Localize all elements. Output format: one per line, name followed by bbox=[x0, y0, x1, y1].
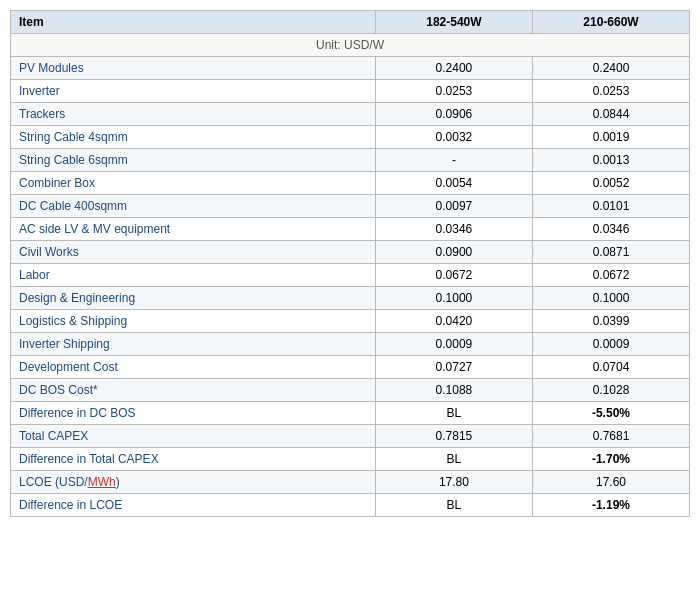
item-cell: DC BOS Cost* bbox=[11, 379, 376, 402]
table-row: Trackers0.09060.0844 bbox=[11, 103, 690, 126]
col1-cell: 0.0346 bbox=[375, 218, 532, 241]
col2-cell: -1.70% bbox=[532, 448, 689, 471]
col2-cell: -1.19% bbox=[532, 494, 689, 517]
col-header-item: Item bbox=[11, 11, 376, 34]
col2-cell: 0.0013 bbox=[532, 149, 689, 172]
table-row: DC BOS Cost*0.10880.1028 bbox=[11, 379, 690, 402]
col2-cell: 0.0019 bbox=[532, 126, 689, 149]
item-cell: Logistics & Shipping bbox=[11, 310, 376, 333]
item-cell: Development Cost bbox=[11, 356, 376, 379]
col1-cell: 0.0906 bbox=[375, 103, 532, 126]
item-cell: DC Cable 400sqmm bbox=[11, 195, 376, 218]
col1-cell: 0.0097 bbox=[375, 195, 532, 218]
col1-cell: 0.0672 bbox=[375, 264, 532, 287]
cost-comparison-table: Item 182-540W 210-660W Unit: USD/W PV Mo… bbox=[10, 10, 690, 517]
item-cell: Difference in DC BOS bbox=[11, 402, 376, 425]
table-row: PV Modules0.24000.2400 bbox=[11, 57, 690, 80]
table-row: Development Cost0.07270.0704 bbox=[11, 356, 690, 379]
table-row: Inverter0.02530.0253 bbox=[11, 80, 690, 103]
col1-cell: BL bbox=[375, 494, 532, 517]
col2-cell: 0.0399 bbox=[532, 310, 689, 333]
table-row: Civil Works0.09000.0871 bbox=[11, 241, 690, 264]
table-row: Difference in Total CAPEXBL-1.70% bbox=[11, 448, 690, 471]
col2-cell: 0.0253 bbox=[532, 80, 689, 103]
table-row: Difference in LCOEBL-1.19% bbox=[11, 494, 690, 517]
col1-cell: 0.1088 bbox=[375, 379, 532, 402]
col2-cell: 0.1028 bbox=[532, 379, 689, 402]
col2-cell: 0.1000 bbox=[532, 287, 689, 310]
item-cell: Labor bbox=[11, 264, 376, 287]
table-row: Design & Engineering0.10000.1000 bbox=[11, 287, 690, 310]
unit-row: Unit: USD/W bbox=[11, 34, 690, 57]
col-header-210: 210-660W bbox=[532, 11, 689, 34]
col2-cell: 0.0871 bbox=[532, 241, 689, 264]
col2-cell: -5.50% bbox=[532, 402, 689, 425]
table-row: Difference in DC BOSBL-5.50% bbox=[11, 402, 690, 425]
col1-cell: 0.0900 bbox=[375, 241, 532, 264]
col1-cell: 0.0032 bbox=[375, 126, 532, 149]
item-cell: Combiner Box bbox=[11, 172, 376, 195]
col1-cell: 17.80 bbox=[375, 471, 532, 494]
table-row: Combiner Box0.00540.0052 bbox=[11, 172, 690, 195]
item-cell: String Cable 6sqmm bbox=[11, 149, 376, 172]
col1-cell: 0.0420 bbox=[375, 310, 532, 333]
col-header-182: 182-540W bbox=[375, 11, 532, 34]
table-row: Logistics & Shipping0.04200.0399 bbox=[11, 310, 690, 333]
item-cell: Inverter Shipping bbox=[11, 333, 376, 356]
item-cell: Design & Engineering bbox=[11, 287, 376, 310]
col2-cell: 0.0101 bbox=[532, 195, 689, 218]
col2-cell: 0.0672 bbox=[532, 264, 689, 287]
table-row: String Cable 6sqmm-0.0013 bbox=[11, 149, 690, 172]
item-cell: LCOE (USD/MWh) bbox=[11, 471, 376, 494]
table-row: DC Cable 400sqmm0.00970.0101 bbox=[11, 195, 690, 218]
table-row: AC side LV & MV equipment0.03460.0346 bbox=[11, 218, 690, 241]
item-cell: String Cable 4sqmm bbox=[11, 126, 376, 149]
col1-cell: 0.1000 bbox=[375, 287, 532, 310]
col1-cell: 0.0009 bbox=[375, 333, 532, 356]
item-cell: Trackers bbox=[11, 103, 376, 126]
col2-cell: 0.0704 bbox=[532, 356, 689, 379]
col1-cell: BL bbox=[375, 402, 532, 425]
unit-label: Unit: USD/W bbox=[11, 34, 690, 57]
item-cell: Total CAPEX bbox=[11, 425, 376, 448]
col2-cell: 0.0844 bbox=[532, 103, 689, 126]
item-cell: PV Modules bbox=[11, 57, 376, 80]
col1-cell: BL bbox=[375, 448, 532, 471]
col2-cell: 0.2400 bbox=[532, 57, 689, 80]
col2-cell: 0.0009 bbox=[532, 333, 689, 356]
table-row: Total CAPEX0.78150.7681 bbox=[11, 425, 690, 448]
col1-cell: - bbox=[375, 149, 532, 172]
col1-cell: 0.0253 bbox=[375, 80, 532, 103]
col2-cell: 0.7681 bbox=[532, 425, 689, 448]
table-row: LCOE (USD/MWh)17.8017.60 bbox=[11, 471, 690, 494]
item-cell: Difference in LCOE bbox=[11, 494, 376, 517]
table-row: Inverter Shipping0.00090.0009 bbox=[11, 333, 690, 356]
col2-cell: 0.0052 bbox=[532, 172, 689, 195]
col2-cell: 17.60 bbox=[532, 471, 689, 494]
table-row: String Cable 4sqmm0.00320.0019 bbox=[11, 126, 690, 149]
item-cell: Civil Works bbox=[11, 241, 376, 264]
col1-cell: 0.2400 bbox=[375, 57, 532, 80]
table-row: Labor0.06720.0672 bbox=[11, 264, 690, 287]
item-cell: Difference in Total CAPEX bbox=[11, 448, 376, 471]
col1-cell: 0.0054 bbox=[375, 172, 532, 195]
item-cell: AC side LV & MV equipment bbox=[11, 218, 376, 241]
header-row: Item 182-540W 210-660W bbox=[11, 11, 690, 34]
item-cell: Inverter bbox=[11, 80, 376, 103]
col2-cell: 0.0346 bbox=[532, 218, 689, 241]
col1-cell: 0.7815 bbox=[375, 425, 532, 448]
col1-cell: 0.0727 bbox=[375, 356, 532, 379]
